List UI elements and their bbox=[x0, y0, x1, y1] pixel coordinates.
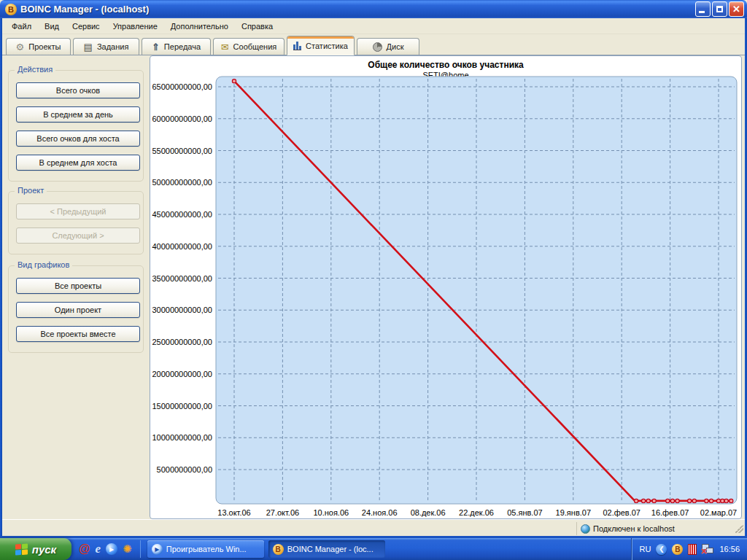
quick-launch: @ e ▶ ✺ bbox=[71, 542, 138, 556]
menu-advanced[interactable]: Дополнительно bbox=[164, 20, 235, 33]
status-text: Подключен к localhost bbox=[593, 524, 675, 533]
title-bar[interactable]: B BOINC Manager - (localhost) ✕ bbox=[0, 0, 747, 18]
svg-text:10.ноя.06: 10.ноя.06 bbox=[313, 508, 349, 517]
disk-pie-icon bbox=[373, 42, 382, 52]
statistics-page: Действия Всего очков В среднем за день В… bbox=[2, 55, 745, 519]
previous-project-button[interactable]: < Предыдущий bbox=[16, 203, 140, 219]
window-title: BOINC Manager - (localhost) bbox=[20, 4, 694, 15]
menu-service[interactable]: Сервис bbox=[66, 20, 107, 33]
tab-label: Статистика bbox=[306, 42, 348, 50]
svg-text:19.янв.07: 19.янв.07 bbox=[556, 508, 591, 517]
svg-text:35000000000,00: 35000000000,00 bbox=[152, 274, 212, 283]
envelope-icon: ✉ bbox=[221, 42, 229, 52]
svg-text:15000000000,00: 15000000000,00 bbox=[152, 402, 212, 411]
boinc-tray-icon[interactable]: B bbox=[672, 544, 683, 555]
bat-icon[interactable]: ✺ bbox=[123, 542, 132, 556]
svg-text:60000000000,00: 60000000000,00 bbox=[152, 114, 212, 123]
gear-icon: ⚙ bbox=[16, 42, 25, 52]
sidebar: Действия Всего очков В среднем за день В… bbox=[2, 55, 150, 519]
close-button[interactable]: ✕ bbox=[729, 1, 744, 17]
average-per-day-button[interactable]: В среднем за день bbox=[16, 106, 140, 122]
tab-transfers[interactable]: ⇑ Передача bbox=[142, 38, 211, 55]
svg-text:24.ноя.06: 24.ноя.06 bbox=[362, 508, 398, 517]
tab-label: Проекты bbox=[28, 42, 61, 51]
group-title: Действия bbox=[15, 65, 55, 74]
svg-text:55000000000,00: 55000000000,00 bbox=[152, 147, 212, 155]
svg-text:45000000000,00: 45000000000,00 bbox=[152, 210, 212, 219]
task-button-boinc[interactable]: B BOINC Manager - (loc... bbox=[268, 540, 385, 558]
task-button-media-player[interactable]: ▶ Проигрыватель Win... bbox=[147, 540, 264, 558]
chart-panel: Общее количество очков участника SETI@ho… bbox=[150, 55, 742, 519]
host-total-credit-button[interactable]: Всего очков для хоста bbox=[16, 131, 140, 147]
striped-app-tray-icon[interactable] bbox=[688, 544, 697, 555]
svg-text:16.фев.07: 16.фев.07 bbox=[651, 508, 689, 517]
menu-file[interactable]: Файл bbox=[5, 20, 38, 33]
svg-text:02.фев.07: 02.фев.07 bbox=[603, 508, 640, 517]
tab-statistics[interactable]: Статистика bbox=[287, 36, 355, 55]
svg-text:20000000000,00: 20000000000,00 bbox=[152, 370, 212, 378]
connection-status: Подключен к localhost bbox=[576, 522, 731, 535]
one-project-button[interactable]: Один проект bbox=[16, 302, 140, 318]
menu-view[interactable]: Вид bbox=[38, 20, 66, 33]
tab-strip: ⚙ Проекты ▤ Задания ⇑ Передача ✉ Сообщен… bbox=[2, 34, 745, 55]
bar-chart-icon bbox=[293, 42, 301, 50]
restore-button[interactable] bbox=[712, 1, 727, 17]
svg-text:10000000000,00: 10000000000,00 bbox=[152, 433, 212, 442]
credit-line-chart: 5000000000,0010000000000,0015000000000,0… bbox=[150, 56, 741, 518]
svg-text:25000000000,00: 25000000000,00 bbox=[152, 338, 212, 346]
upload-arrow-icon: ⇑ bbox=[152, 42, 160, 52]
tab-label: Передача bbox=[164, 42, 201, 51]
tab-label: Сообщения bbox=[233, 42, 277, 51]
task-list-icon: ▤ bbox=[84, 42, 93, 52]
restore-icon bbox=[716, 6, 723, 12]
connected-globe-icon bbox=[581, 524, 590, 534]
minimize-button[interactable] bbox=[695, 1, 711, 17]
boinc-app-icon: B bbox=[5, 4, 17, 15]
system-tray: RU ❮ B ✕ 16:56 bbox=[632, 538, 747, 560]
taskbar-divider bbox=[140, 540, 141, 558]
internet-explorer-icon[interactable]: e bbox=[96, 542, 101, 556]
app-window: B BOINC Manager - (localhost) ✕ Файл Вид… bbox=[0, 0, 747, 538]
mail-icon[interactable]: @ bbox=[79, 542, 90, 556]
group-title: Вид графиков bbox=[15, 260, 72, 269]
taskbar: пуск @ e ▶ ✺ ▶ Проигрыватель Win... B BO… bbox=[0, 538, 747, 560]
svg-text:40000000000,00: 40000000000,00 bbox=[152, 242, 212, 251]
actions-group: Действия Всего очков В среднем за день В… bbox=[8, 70, 144, 182]
svg-text:02.мар.07: 02.мар.07 bbox=[700, 508, 737, 517]
svg-text:27.окт.06: 27.окт.06 bbox=[266, 508, 299, 517]
tab-tasks[interactable]: ▤ Задания bbox=[73, 38, 139, 55]
project-group: Проект < Предыдущий Следующий > bbox=[8, 191, 144, 254]
minimize-icon bbox=[699, 11, 705, 13]
tab-label: Диск bbox=[387, 42, 404, 51]
all-projects-together-button[interactable]: Все проекты вместе bbox=[16, 326, 140, 342]
tab-projects[interactable]: ⚙ Проекты bbox=[6, 38, 71, 55]
status-bar: Подключен к localhost bbox=[2, 519, 745, 536]
menu-help[interactable]: Справка bbox=[235, 20, 279, 33]
start-button[interactable]: пуск bbox=[0, 538, 71, 560]
svg-text:65000000000,00: 65000000000,00 bbox=[152, 82, 212, 91]
language-indicator[interactable]: RU bbox=[640, 545, 651, 553]
svg-text:08.дек.06: 08.дек.06 bbox=[411, 508, 446, 517]
start-label: пуск bbox=[32, 543, 56, 556]
clock: 16:56 bbox=[719, 545, 740, 553]
tab-messages[interactable]: ✉ Сообщения bbox=[213, 38, 285, 55]
media-player-icon[interactable]: ▶ bbox=[106, 543, 117, 555]
task-label: BOINC Manager - (loc... bbox=[287, 545, 374, 553]
graph-view-group: Вид графиков Все проекты Один проект Все… bbox=[8, 265, 144, 353]
resize-grip[interactable] bbox=[735, 524, 743, 533]
host-average-button[interactable]: В среднем для хоста bbox=[16, 155, 140, 171]
menu-manage[interactable]: Управление bbox=[107, 20, 164, 33]
group-title: Проект bbox=[15, 186, 47, 195]
task-label: Проигрыватель Win... bbox=[166, 545, 247, 553]
svg-text:50000000000,00: 50000000000,00 bbox=[152, 178, 212, 187]
tab-label: Задания bbox=[97, 42, 128, 51]
svg-text:22.дек.06: 22.дек.06 bbox=[459, 508, 494, 517]
all-projects-button[interactable]: Все проекты bbox=[16, 278, 140, 294]
next-project-button[interactable]: Следующий > bbox=[16, 228, 140, 244]
svg-text:5000000000,00: 5000000000,00 bbox=[157, 465, 212, 474]
menu-bar: Файл Вид Сервис Управление Дополнительно… bbox=[2, 18, 745, 34]
tray-collapse-icon[interactable]: ❮ bbox=[656, 544, 667, 555]
network-disconnected-icon[interactable]: ✕ bbox=[702, 544, 714, 555]
tab-disk[interactable]: Диск bbox=[357, 38, 419, 55]
total-credit-button[interactable]: Всего очков bbox=[16, 82, 140, 98]
